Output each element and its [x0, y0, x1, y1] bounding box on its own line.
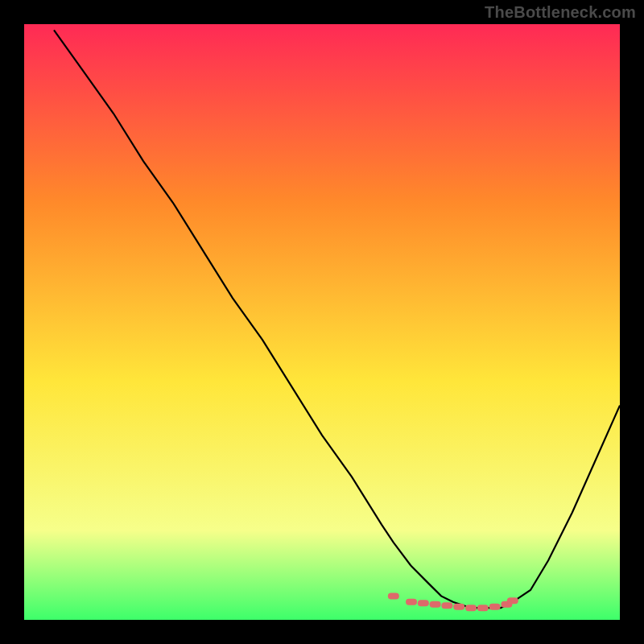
chart-svg [24, 24, 620, 620]
marker-dot [418, 600, 429, 606]
marker-dot [453, 604, 464, 610]
watermark-text: TheBottleneck.com [485, 3, 636, 22]
marker-dot [465, 605, 477, 611]
marker-dot [507, 597, 518, 604]
chart-frame: TheBottleneck.com [0, 0, 644, 644]
marker-dot [388, 592, 399, 599]
marker-dot [489, 604, 501, 610]
marker-dot [441, 602, 452, 609]
marker-dot [406, 599, 417, 605]
chart-plot [24, 24, 620, 620]
marker-dot [477, 605, 489, 611]
marker-dot [430, 601, 441, 608]
